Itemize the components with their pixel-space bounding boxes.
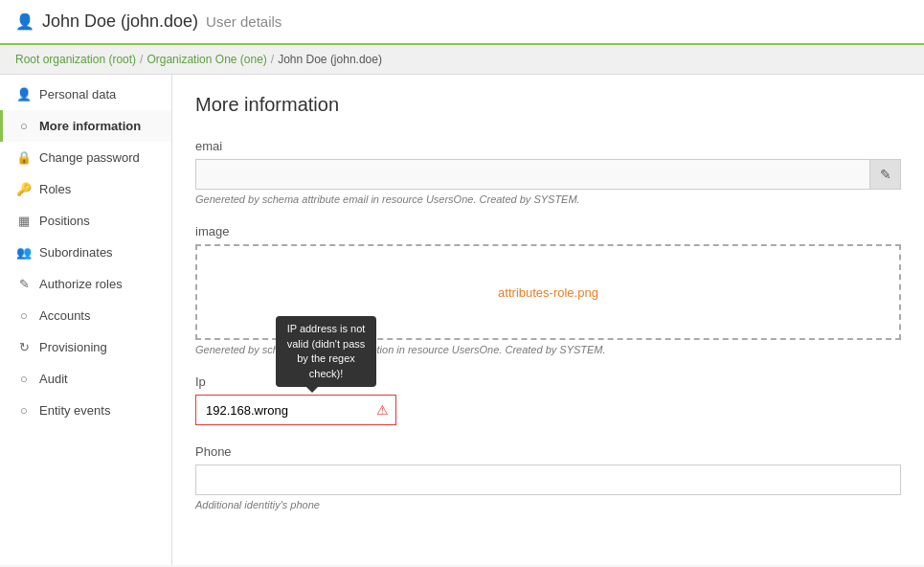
breadcrumb-org[interactable]: Organization One (one)	[146, 53, 266, 66]
ip-tooltip-container: IP address is not valid (didn't pass by …	[195, 395, 396, 425]
sidebar-label-accounts: Accounts	[39, 308, 90, 323]
breadcrumb-root[interactable]: Root organization (root)	[15, 53, 136, 66]
main-content: More information emai ✎ Genereted by sch…	[172, 75, 924, 565]
main-layout: 👤 Personal data ○ More information 🔒 Cha…	[0, 75, 924, 565]
sidebar-item-authorize-roles[interactable]: ✎ Authorize roles	[0, 268, 171, 300]
sidebar-label-more-information: More information	[39, 119, 141, 133]
sidebar-label-audit: Audit	[39, 372, 68, 386]
sidebar: 👤 Personal data ○ More information 🔒 Cha…	[0, 75, 172, 565]
ip-input-wrapper: ⚠	[195, 395, 396, 425]
phone-input[interactable]	[195, 465, 901, 495]
phone-label: Phone	[195, 444, 901, 459]
sidebar-label-subordinates: Subordinates	[39, 245, 113, 260]
provisioning-icon: ↻	[16, 340, 32, 354]
sidebar-item-entity-events[interactable]: ○ Entity events	[0, 395, 171, 426]
subordinates-icon: 👥	[16, 245, 32, 260]
ip-field-group: Ip IP address is not valid (didn't pass …	[195, 374, 901, 425]
sidebar-item-audit[interactable]: ○ Audit	[0, 363, 171, 395]
breadcrumb-sep-2: /	[271, 53, 274, 66]
email-field-group: emai ✎ Genereted by schema attribute ema…	[195, 139, 901, 205]
sidebar-label-entity-events: Entity events	[39, 403, 110, 418]
sidebar-item-positions[interactable]: ▦ Positions	[0, 205, 171, 237]
entity-events-icon: ○	[16, 403, 32, 418]
sidebar-label-personal-data: Personal data	[39, 87, 116, 102]
sidebar-item-personal-data[interactable]: 👤 Personal data	[0, 79, 171, 110]
more-information-icon: ○	[16, 119, 32, 133]
ip-tooltip: IP address is not valid (didn't pass by …	[276, 316, 376, 387]
phone-hint: Additional identitiy's phone	[195, 499, 901, 510]
sidebar-label-authorize-roles: Authorize roles	[39, 277, 123, 291]
user-icon: 👤	[15, 12, 34, 31]
sidebar-label-positions: Positions	[39, 214, 90, 228]
email-hint: Genereted by schema attribute email in r…	[195, 193, 901, 205]
phone-field-group: Phone Additional identitiy's phone	[195, 444, 901, 510]
sidebar-label-roles: Roles	[39, 182, 71, 196]
email-field-row: ✎	[195, 159, 901, 190]
sidebar-item-change-password[interactable]: 🔒 Change password	[0, 142, 171, 173]
authorize-roles-icon: ✎	[16, 277, 32, 291]
sidebar-item-roles[interactable]: 🔑 Roles	[0, 173, 171, 205]
change-password-icon: 🔒	[16, 150, 32, 165]
sidebar-item-provisioning[interactable]: ↻ Provisioning	[0, 331, 171, 363]
roles-icon: 🔑	[16, 182, 32, 196]
page-title: John Doe (john.doe)	[42, 11, 198, 32]
sidebar-item-subordinates[interactable]: 👥 Subordinates	[0, 237, 171, 268]
breadcrumb: Root organization (root) / Organization …	[0, 45, 924, 75]
edit-icon: ✎	[880, 167, 891, 182]
page-header: 👤 John Doe (john.doe) User details	[0, 0, 924, 45]
personal-data-icon: 👤	[16, 87, 32, 102]
section-title: More information	[195, 94, 901, 116]
ip-input[interactable]	[195, 395, 396, 425]
page-subtitle: User details	[206, 13, 282, 30]
error-icon: ⚠	[376, 402, 389, 418]
sidebar-item-accounts[interactable]: ○ Accounts	[0, 300, 171, 331]
accounts-icon: ○	[16, 308, 32, 323]
breadcrumb-current: John Doe (john.doe)	[278, 53, 382, 66]
image-label: image	[195, 224, 901, 238]
email-input[interactable]	[195, 159, 870, 190]
email-label: emai	[195, 139, 901, 153]
positions-icon: ▦	[16, 214, 32, 228]
image-drop-filename: attributes-role.png	[498, 285, 598, 300]
audit-icon: ○	[16, 372, 32, 386]
sidebar-item-more-information[interactable]: ○ More information	[0, 110, 171, 142]
sidebar-label-change-password: Change password	[39, 150, 140, 165]
sidebar-label-provisioning: Provisioning	[39, 340, 107, 354]
breadcrumb-sep-1: /	[140, 53, 143, 66]
email-edit-button[interactable]: ✎	[870, 159, 901, 190]
